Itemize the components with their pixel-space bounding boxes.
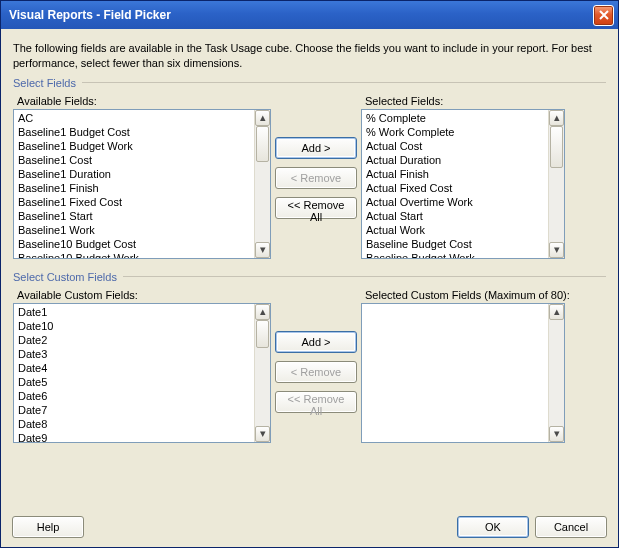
selected-fields-list[interactable]: % Complete% Work CompleteActual CostActu… (361, 109, 565, 259)
available-fields-list[interactable]: ACBaseline1 Budget CostBaseline1 Budget … (13, 109, 271, 259)
scroll-thumb[interactable] (256, 320, 269, 348)
list-item[interactable]: Actual Work (364, 223, 546, 237)
list-item[interactable]: Date3 (16, 347, 252, 361)
remove-all-custom-button[interactable]: << Remove All (275, 391, 357, 413)
selected-custom-list[interactable]: ▴ ▾ (361, 303, 565, 443)
intro-text: The following fields are available in th… (13, 41, 606, 71)
list-item[interactable]: Actual Overtime Work (364, 195, 546, 209)
scroll-down-icon[interactable]: ▾ (549, 426, 564, 442)
scroll-up-icon[interactable]: ▴ (549, 110, 564, 126)
divider (123, 276, 606, 277)
dialog-footer: Help OK Cancel (12, 516, 607, 538)
scrollbar[interactable]: ▴ ▾ (548, 110, 564, 258)
remove-button[interactable]: < Remove (275, 167, 357, 189)
remove-custom-button[interactable]: < Remove (275, 361, 357, 383)
scroll-thumb[interactable] (256, 126, 269, 162)
remove-all-button[interactable]: << Remove All (275, 197, 357, 219)
list-item[interactable]: Baseline1 Budget Cost (16, 125, 252, 139)
available-custom-list[interactable]: Date1Date10Date2Date3Date4Date5Date6Date… (13, 303, 271, 443)
close-icon (599, 10, 609, 20)
list-item[interactable]: Baseline1 Fixed Cost (16, 195, 252, 209)
scroll-up-icon[interactable]: ▴ (255, 304, 270, 320)
list-item[interactable]: Actual Start (364, 209, 546, 223)
scrollbar[interactable]: ▴ ▾ (254, 110, 270, 258)
list-item[interactable]: Actual Finish (364, 167, 546, 181)
list-item[interactable]: Baseline1 Start (16, 209, 252, 223)
available-fields-label: Available Fields: (17, 95, 271, 107)
window-title: Visual Reports - Field Picker (9, 8, 593, 22)
list-item[interactable]: % Work Complete (364, 125, 546, 139)
list-item[interactable]: % Complete (364, 111, 546, 125)
list-item[interactable]: Date6 (16, 389, 252, 403)
selected-fields-label: Selected Fields: (365, 95, 565, 107)
scroll-down-icon[interactable]: ▾ (255, 242, 270, 258)
divider (82, 82, 606, 83)
list-item[interactable]: Date5 (16, 375, 252, 389)
section-header-fields: Select Fields (13, 77, 76, 89)
list-item[interactable]: Baseline Budget Work (364, 251, 546, 258)
list-item[interactable]: Actual Duration (364, 153, 546, 167)
list-item[interactable]: Baseline1 Cost (16, 153, 252, 167)
scroll-up-icon[interactable]: ▴ (549, 304, 564, 320)
scroll-thumb[interactable] (550, 126, 563, 168)
list-item[interactable]: Baseline1 Work (16, 223, 252, 237)
list-item[interactable]: Date2 (16, 333, 252, 347)
list-item[interactable]: Baseline1 Budget Work (16, 139, 252, 153)
help-button[interactable]: Help (12, 516, 84, 538)
list-item[interactable]: Date7 (16, 403, 252, 417)
list-item[interactable]: Baseline1 Finish (16, 181, 252, 195)
list-item[interactable]: Baseline10 Budget Cost (16, 237, 252, 251)
scrollbar[interactable]: ▴ ▾ (254, 304, 270, 442)
available-custom-label: Available Custom Fields: (17, 289, 271, 301)
list-item[interactable]: Baseline Budget Cost (364, 237, 546, 251)
list-item[interactable]: Date4 (16, 361, 252, 375)
list-item[interactable]: Baseline10 Budget Work (16, 251, 252, 258)
scrollbar[interactable]: ▴ ▾ (548, 304, 564, 442)
list-item[interactable]: Baseline1 Duration (16, 167, 252, 181)
selected-custom-label: Selected Custom Fields (Maximum of 80): (365, 289, 570, 301)
list-item[interactable]: Date9 (16, 431, 252, 442)
add-button[interactable]: Add > (275, 137, 357, 159)
section-header-custom: Select Custom Fields (13, 271, 117, 283)
list-item[interactable]: AC (16, 111, 252, 125)
close-button[interactable] (593, 5, 614, 26)
ok-button[interactable]: OK (457, 516, 529, 538)
add-custom-button[interactable]: Add > (275, 331, 357, 353)
list-item[interactable]: Actual Fixed Cost (364, 181, 546, 195)
list-item[interactable]: Date8 (16, 417, 252, 431)
scroll-up-icon[interactable]: ▴ (255, 110, 270, 126)
titlebar[interactable]: Visual Reports - Field Picker (1, 1, 618, 29)
list-item[interactable]: Date10 (16, 319, 252, 333)
cancel-button[interactable]: Cancel (535, 516, 607, 538)
list-item[interactable]: Date1 (16, 305, 252, 319)
scroll-down-icon[interactable]: ▾ (255, 426, 270, 442)
scroll-down-icon[interactable]: ▾ (549, 242, 564, 258)
list-item[interactable]: Actual Cost (364, 139, 546, 153)
